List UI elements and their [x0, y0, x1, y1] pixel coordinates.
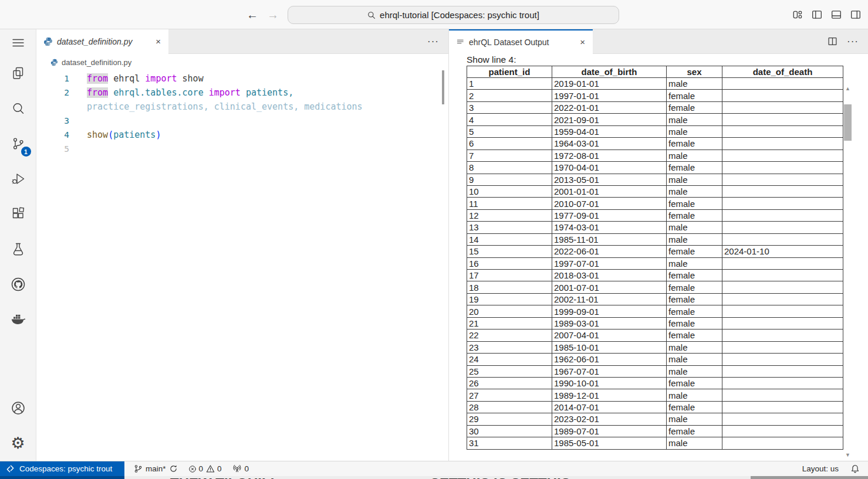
line-number — [36, 100, 69, 114]
code-line[interactable]: 1from ehrql import show — [36, 72, 448, 86]
search-icon — [367, 11, 376, 19]
table-cell: 16 — [467, 257, 552, 269]
table-cell — [722, 281, 843, 293]
table-cell: male — [667, 233, 722, 245]
tab-close-icon[interactable]: × — [154, 36, 163, 46]
table-cell — [722, 233, 843, 245]
problems-indicator[interactable]: 0 0 — [188, 464, 222, 473]
tab-close-icon[interactable]: × — [578, 37, 587, 47]
toggle-panel-icon[interactable] — [831, 9, 842, 20]
code-token — [140, 73, 145, 84]
table-cell: 1974-03-01 — [552, 222, 667, 233]
scroll-up-icon[interactable]: ▲ — [843, 85, 852, 92]
breadcrumb[interactable]: dataset_definition.py — [36, 54, 448, 70]
table-cell — [722, 125, 843, 137]
back-arrow-icon[interactable]: ← — [246, 8, 258, 22]
code-token — [108, 73, 113, 84]
table-cell: 29 — [467, 413, 552, 425]
ports-count: 0 — [245, 464, 249, 473]
title-bar: ← → ehrql-tutorial [Codespaces: psychic … — [0, 0, 868, 29]
table-row: 261990-10-01female — [467, 377, 843, 389]
run-and-debug-icon[interactable] — [0, 161, 36, 196]
table-cell: 1989-12-01 — [552, 389, 667, 401]
table-cell: 1967-07-01 — [552, 365, 667, 377]
table-cell: male — [667, 365, 722, 377]
more-actions-icon[interactable]: ··· — [847, 36, 859, 47]
table-cell: 1962-06-01 — [552, 354, 667, 365]
source-control-icon[interactable]: 1 — [0, 126, 36, 161]
code-editor[interactable]: 1from ehrql import show2from ehrql.table… — [36, 70, 448, 156]
table-cell: female — [667, 401, 722, 413]
table-cell: 2001-01-01 — [552, 185, 667, 197]
panel-scrollbar-thumb[interactable] — [844, 104, 852, 141]
tab-ehrql-dataset-output[interactable]: ehrQL Dataset Output × — [449, 29, 593, 53]
radio-tower-icon — [232, 464, 242, 473]
search-icon[interactable] — [0, 91, 36, 126]
github-icon[interactable] — [0, 267, 36, 302]
ports-indicator[interactable]: 0 — [232, 464, 249, 473]
code-line[interactable]: 3 — [36, 114, 448, 128]
table-cell: male — [667, 114, 722, 125]
table-cell: 1972-08-01 — [552, 150, 667, 161]
notifications-bell-icon[interactable] — [850, 464, 860, 474]
table-cell — [722, 114, 843, 125]
branch-indicator[interactable]: main* — [134, 464, 178, 473]
table-cell: 31 — [467, 437, 552, 449]
code-line[interactable]: 2from ehrql.tables.core import patients, — [36, 86, 448, 100]
table-cell: 17 — [467, 270, 552, 281]
table-cell: 2022-01-01 — [552, 101, 667, 113]
table-row: 141985-11-01male — [467, 233, 843, 245]
error-icon — [188, 465, 197, 473]
table-row: 182001-07-01female — [467, 281, 843, 293]
tab-dataset-definition[interactable]: dataset_definition.py × — [36, 29, 168, 53]
explorer-icon[interactable] — [0, 56, 36, 91]
settings-gear-icon[interactable]: ⚙ — [0, 426, 36, 461]
scroll-down-icon[interactable]: ▼ — [843, 451, 852, 458]
command-center-search[interactable]: ehrql-tutorial [Codespaces: psychic trou… — [288, 6, 619, 24]
table-cell — [722, 209, 843, 221]
table-row: 121977-09-01female — [467, 209, 843, 221]
panel-scrollbar[interactable]: ▲ ▼ — [843, 85, 852, 458]
code-line[interactable]: 4show(patients) — [36, 128, 448, 142]
clipped-text-left: THEW TILQUILI — [170, 476, 274, 479]
more-actions-icon[interactable]: ··· — [427, 36, 439, 47]
code-line[interactable]: practice_registrations, clinical_events,… — [36, 100, 448, 114]
output-list-icon — [456, 38, 465, 46]
extensions-icon[interactable] — [0, 196, 36, 232]
code-line[interactable]: 5 — [36, 142, 448, 156]
keyboard-layout-indicator[interactable]: Layout: us — [802, 464, 839, 473]
table-cell — [722, 138, 843, 150]
remote-indicator[interactable]: Codespaces: psychic trout — [0, 461, 124, 476]
panel-heading: Show line 4: — [467, 55, 516, 65]
editor-scrollbar-thumb[interactable] — [442, 70, 444, 104]
table-cell: 1970-04-01 — [552, 162, 667, 174]
table-cell: 5 — [467, 125, 552, 137]
table-cell: 8 — [467, 162, 552, 174]
testing-icon[interactable] — [0, 232, 36, 267]
customize-layout-icon[interactable] — [792, 9, 803, 20]
split-editor-icon[interactable] — [828, 36, 837, 46]
menu-icon[interactable] — [0, 29, 36, 56]
code-text — [69, 142, 87, 156]
code-token — [241, 87, 246, 98]
table-cell: male — [667, 150, 722, 161]
table-cell: male — [667, 257, 722, 269]
table-cell: 1 — [467, 78, 552, 90]
code-token: from — [87, 73, 108, 84]
table-cell: 1959-04-01 — [552, 125, 667, 137]
table-cell — [722, 185, 843, 197]
clipped-text-right: SETTHIS IS SETTHIS — [430, 476, 570, 479]
accounts-icon[interactable] — [0, 390, 36, 426]
table-cell: 11 — [467, 198, 552, 209]
toggle-primary-sidebar-icon[interactable] — [812, 9, 822, 20]
toggle-secondary-sidebar-icon[interactable] — [850, 9, 861, 20]
table-row: 241962-06-01male — [467, 354, 843, 365]
table-cell: 7 — [467, 150, 552, 161]
table-row: 282014-07-01female — [467, 401, 843, 413]
docker-icon[interactable] — [0, 302, 36, 337]
table-cell — [722, 270, 843, 281]
code-token: import — [209, 87, 241, 98]
table-row: 231985-10-01male — [467, 341, 843, 353]
table-column-header: date_of_birth — [552, 66, 667, 78]
table-cell — [722, 354, 843, 365]
